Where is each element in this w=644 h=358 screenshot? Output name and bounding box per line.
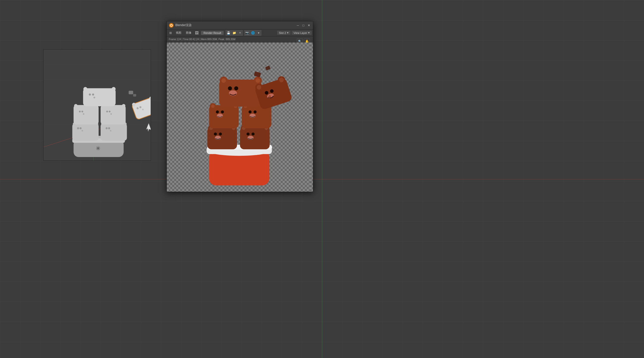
svg-point-108 <box>221 78 226 83</box>
image-menu[interactable]: 图像 <box>184 30 193 35</box>
svg-point-48 <box>92 93 94 95</box>
render-titlebar: Blender渲染 ─ □ ✕ <box>167 21 313 29</box>
svg-point-51 <box>112 87 116 91</box>
svg-point-110 <box>228 86 232 90</box>
svg-rect-22 <box>72 123 99 141</box>
3d-scene <box>44 49 151 161</box>
svg-point-79 <box>219 132 222 135</box>
render-window: Blender渲染 ─ □ ✕ ⊞ 视图 图像 🖼 Render Result … <box>167 21 313 192</box>
svg-point-87 <box>252 132 255 135</box>
slot-dropdown[interactable]: Slot 2 ▾ <box>277 30 291 35</box>
svg-point-47 <box>89 93 91 95</box>
save-icon[interactable]: 💾 <box>226 30 231 36</box>
svg-point-36 <box>82 111 83 112</box>
svg-point-111 <box>234 86 238 90</box>
render-canvas <box>167 42 313 192</box>
svg-rect-34 <box>73 105 99 125</box>
image-icons-group: 💾 📁 ✕ <box>225 30 243 36</box>
svg-point-50 <box>83 87 87 91</box>
close-image-icon[interactable]: ✕ <box>237 30 243 36</box>
svg-point-43 <box>110 113 112 115</box>
svg-point-45 <box>122 104 126 108</box>
svg-point-31 <box>110 130 111 132</box>
render-icon[interactable]: 🖼 <box>194 30 199 36</box>
svg-rect-46 <box>83 88 115 106</box>
svg-point-109 <box>256 78 260 83</box>
svg-point-42 <box>109 111 110 112</box>
window-controls: ─ □ ✕ <box>296 23 311 27</box>
blender-logo <box>169 23 174 28</box>
svg-point-38 <box>74 104 77 108</box>
svg-point-49 <box>94 97 95 98</box>
svg-point-78 <box>214 132 217 135</box>
svg-point-30 <box>108 127 110 129</box>
svg-point-41 <box>106 111 108 112</box>
svg-point-92 <box>211 105 215 108</box>
editor-type-icon[interactable]: ⊞ <box>168 30 173 36</box>
viewport-panel <box>43 49 151 161</box>
window-title: Blender渲染 <box>175 23 192 27</box>
svg-point-35 <box>79 111 81 112</box>
svg-point-94 <box>216 111 219 114</box>
render-statusbar: Frame:124 | Time:00:42.24 | Mem:889.35M,… <box>167 36 313 42</box>
svg-point-102 <box>249 111 252 114</box>
svg-rect-40 <box>101 105 126 125</box>
folder-icon[interactable]: 📁 <box>231 30 237 36</box>
minimize-button[interactable]: ─ <box>296 23 300 27</box>
camera-icon[interactable]: 📷 <box>244 30 250 36</box>
axis-y-line <box>322 0 322 358</box>
svg-point-37 <box>83 113 84 115</box>
render-image <box>167 42 313 192</box>
svg-point-24 <box>79 127 82 129</box>
render-menubar: ⊞ 视图 图像 🖼 Render Result 💾 📁 ✕ 📷 🌐 ▾ Slot… <box>167 29 313 36</box>
svg-rect-58 <box>129 91 133 94</box>
svg-rect-28 <box>101 123 127 141</box>
svg-point-29 <box>106 127 108 129</box>
svg-point-103 <box>254 111 257 114</box>
maximize-button[interactable]: □ <box>301 23 305 27</box>
dropdown-icon[interactable]: ▾ <box>256 30 261 36</box>
svg-point-86 <box>247 132 250 135</box>
render-status-text: Frame:124 | Time:00:42.24 | Mem:889.35M,… <box>169 38 235 41</box>
svg-point-95 <box>221 111 224 114</box>
world-icon[interactable]: 🌐 <box>250 30 256 36</box>
view-menu[interactable]: 视图 <box>174 30 183 35</box>
render-icons-group: 📷 🌐 ▾ <box>244 30 262 36</box>
close-button[interactable]: ✕ <box>307 23 311 27</box>
svg-point-63 <box>171 25 172 26</box>
svg-point-23 <box>77 127 79 129</box>
render-result-button[interactable]: Render Result <box>201 31 224 35</box>
svg-point-25 <box>82 130 83 132</box>
svg-rect-59 <box>133 94 136 96</box>
view-layer-dropdown[interactable]: View Layer ▾ <box>291 30 312 35</box>
